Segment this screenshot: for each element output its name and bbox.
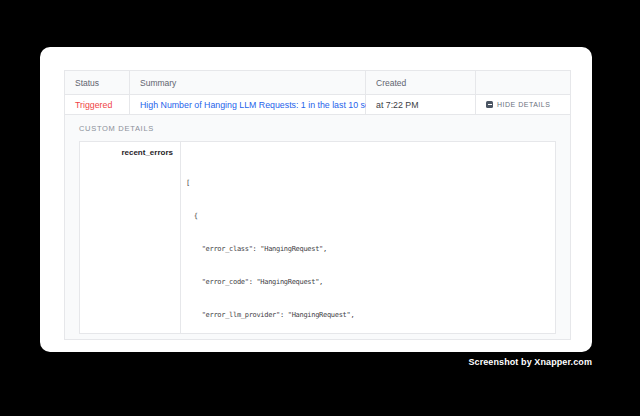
hide-details-button[interactable]: HIDE DETAILS [486, 101, 550, 108]
code-line: "error_code": "HangingRequest", [186, 277, 555, 288]
watermark-text: Screenshot by Xnapper.com [468, 357, 592, 367]
alert-card: Status Summary Created Triggered High Nu… [40, 47, 592, 352]
custom-details-panel: recent_errors [ { "error_class": "Hangin… [79, 141, 556, 334]
code-line: { [186, 211, 555, 222]
status-badge: Triggered [75, 100, 112, 110]
custom-details-section: CUSTOM DETAILS recent_errors [ { "error_… [65, 115, 570, 339]
code-line: "error_class": "HangingRequest", [186, 244, 555, 255]
table-row: Triggered High Number of Hanging LLM Req… [65, 95, 570, 115]
table-header-row: Status Summary Created [65, 71, 570, 95]
created-timestamp: at 7:22 PM [376, 100, 419, 110]
minus-square-icon [486, 101, 493, 108]
recent-errors-field-label: recent_errors [80, 142, 181, 333]
actions-cell: HIDE DETAILS [476, 95, 570, 115]
column-header-status: Status [65, 71, 130, 95]
alert-summary-link[interactable]: High Number of Hanging LLM Requests: 1 i… [140, 100, 396, 110]
alerts-table: Status Summary Created Triggered High Nu… [64, 70, 571, 340]
status-cell: Triggered [65, 95, 130, 115]
column-header-actions [476, 71, 570, 95]
column-header-summary: Summary [130, 71, 366, 95]
code-line: [ [186, 178, 555, 189]
summary-cell: High Number of Hanging LLM Requests: 1 i… [130, 95, 366, 115]
hide-details-label: HIDE DETAILS [497, 101, 550, 108]
custom-details-label: CUSTOM DETAILS [79, 124, 556, 133]
code-line: "error_llm_provider": "HangingRequest", [186, 310, 555, 321]
json-code-block: [ { "error_class": "HangingRequest", "er… [181, 142, 555, 333]
created-cell: at 7:22 PM [366, 95, 476, 115]
column-header-created: Created [366, 71, 476, 95]
